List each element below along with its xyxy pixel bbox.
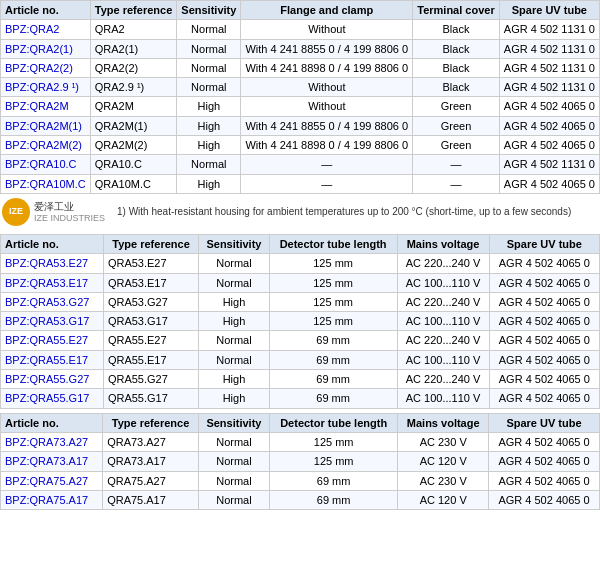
table-cell: QRA2.9 ¹) [90, 78, 177, 97]
table-cell: — [241, 155, 413, 174]
table-cell: AGR 4 502 4065 0 [489, 331, 599, 350]
table-cell: QRA2 [90, 20, 177, 39]
table-cell: AGR 4 502 4065 0 [488, 471, 599, 490]
table-cell: AGR 4 502 4065 0 [488, 432, 599, 451]
article-link[interactable]: BPZ:QRA55.G17 [5, 392, 89, 404]
table-cell: BPZ:QRA55.E17 [1, 350, 104, 369]
table-cell: 69 mm [269, 490, 398, 509]
table-cell: BPZ:QRA2M(1) [1, 116, 91, 135]
article-link[interactable]: BPZ:QRA2M(2) [5, 139, 82, 151]
table-cell: AGR 4 502 4065 0 [489, 254, 599, 273]
table-cell: High [177, 174, 241, 193]
table-cell: Black [413, 58, 500, 77]
article-link[interactable]: BPZ:QRA2.9 ¹) [5, 81, 79, 93]
article-link[interactable]: BPZ:QRA53.E17 [5, 277, 88, 289]
table-cell: AGR 4 502 1131 0 [499, 78, 599, 97]
table-cell: Normal [199, 273, 270, 292]
table-row: BPZ:QRA2(1)QRA2(1)NormalWith 4 241 8855 … [1, 39, 600, 58]
table-cell: QRA55.E27 [103, 331, 198, 350]
table-row: BPZ:QRA73.A17QRA73.A17Normal125 mmAC 120… [1, 452, 600, 471]
table-cell: AGR 4 502 4065 0 [499, 136, 599, 155]
table-row: BPZ:QRA53.E27QRA53.E27Normal125 mmAC 220… [1, 254, 600, 273]
table-cell: QRA75.A27 [103, 471, 199, 490]
table-cell: AGR 4 502 4065 0 [499, 116, 599, 135]
table-cell: QRA2(1) [90, 39, 177, 58]
table-row: BPZ:QRA55.G17QRA55.G17High69 mmAC 100...… [1, 389, 600, 408]
table-cell: Normal [199, 350, 270, 369]
table-cell: High [199, 312, 270, 331]
table-cell: 69 mm [269, 370, 397, 389]
article-link[interactable]: BPZ:QRA2M(1) [5, 120, 82, 132]
col2-header-sensitivity: Sensitivity [199, 234, 270, 253]
article-link[interactable]: BPZ:QRA2(2) [5, 62, 73, 74]
table-cell: 69 mm [269, 331, 397, 350]
col-header-article: Article no. [1, 1, 91, 20]
table-cell: BPZ:QRA10M.C [1, 174, 91, 193]
col-header-terminal: Terminal cover [413, 1, 500, 20]
article-link[interactable]: BPZ:QRA10M.C [5, 178, 86, 190]
table-cell: AGR 4 502 4065 0 [489, 312, 599, 331]
table-cell: AC 120 V [398, 452, 489, 471]
table-cell: Normal [177, 39, 241, 58]
table-cell: AC 120 V [398, 490, 489, 509]
col-header-type: Type reference [90, 1, 177, 20]
article-link[interactable]: BPZ:QRA75.A27 [5, 475, 88, 487]
table-cell: QRA73.A17 [103, 452, 199, 471]
article-link[interactable]: BPZ:QRA55.E17 [5, 354, 88, 366]
col2-header-detector: Detector tube length [269, 234, 397, 253]
table-cell: AGR 4 502 4065 0 [499, 97, 599, 116]
article-link[interactable]: BPZ:QRA10.C [5, 158, 77, 170]
col3-header-sensitivity: Sensitivity [198, 413, 269, 432]
article-link[interactable]: BPZ:QRA55.E27 [5, 334, 88, 346]
table-cell: BPZ:QRA53.G27 [1, 292, 104, 311]
col2-header-article: Article no. [1, 234, 104, 253]
col3-header-spare: Spare UV tube [488, 413, 599, 432]
col2-header-type: Type reference [103, 234, 198, 253]
article-link[interactable]: BPZ:QRA73.A27 [5, 436, 88, 448]
table-cell: Normal [198, 432, 269, 451]
table-row: BPZ:QRA10.CQRA10.CNormal——AGR 4 502 1131… [1, 155, 600, 174]
table-cell: High [177, 116, 241, 135]
table-cell: QRA53.G27 [103, 292, 198, 311]
table-cell: QRA10.C [90, 155, 177, 174]
table-cell: Without [241, 78, 413, 97]
table-cell: AGR 4 502 4065 0 [489, 292, 599, 311]
table-cell: With 4 241 8855 0 / 4 199 8806 0 [241, 116, 413, 135]
table-cell: AC 220...240 V [397, 370, 489, 389]
article-link[interactable]: BPZ:QRA75.A17 [5, 494, 88, 506]
col3-header-type: Type reference [103, 413, 199, 432]
article-link[interactable]: BPZ:QRA53.G27 [5, 296, 89, 308]
table-row: BPZ:QRA53.E17QRA53.E17Normal125 mmAC 100… [1, 273, 600, 292]
table-cell: Normal [199, 254, 270, 273]
table-cell: AGR 4 502 4065 0 [488, 490, 599, 509]
table-cell: AC 100...110 V [397, 350, 489, 369]
table-cell: BPZ:QRA55.G27 [1, 370, 104, 389]
col-header-flange: Flange and clamp [241, 1, 413, 20]
table-cell: Normal [177, 20, 241, 39]
article-link[interactable]: BPZ:QRA2(1) [5, 43, 73, 55]
table-cell: BPZ:QRA2M(2) [1, 136, 91, 155]
table-cell: BPZ:QRA55.E27 [1, 331, 104, 350]
article-link[interactable]: BPZ:QRA2 [5, 23, 59, 35]
table-cell: 125 mm [269, 292, 397, 311]
table-cell: Green [413, 136, 500, 155]
table-cell: 125 mm [269, 452, 398, 471]
table-cell: QRA75.A17 [103, 490, 199, 509]
article-link[interactable]: BPZ:QRA53.E27 [5, 257, 88, 269]
table-cell: Without [241, 20, 413, 39]
article-link[interactable]: BPZ:QRA2M [5, 100, 69, 112]
table-cell: 125 mm [269, 312, 397, 331]
table-cell: AC 100...110 V [397, 273, 489, 292]
col-header-spare: Spare UV tube [499, 1, 599, 20]
table-cell: BPZ:QRA2 [1, 20, 91, 39]
article-link[interactable]: BPZ:QRA73.A17 [5, 455, 88, 467]
table-row: BPZ:QRA55.E27QRA55.E27Normal69 mmAC 220.… [1, 331, 600, 350]
table-cell: AGR 4 502 4065 0 [499, 174, 599, 193]
table-row: BPZ:QRA75.A27QRA75.A27Normal69 mmAC 230 … [1, 471, 600, 490]
table-cell: AC 220...240 V [397, 254, 489, 273]
article-link[interactable]: BPZ:QRA53.G17 [5, 315, 89, 327]
table-cell: BPZ:QRA2(2) [1, 58, 91, 77]
table-cell: AGR 4 502 4065 0 [489, 370, 599, 389]
col2-header-spare: Spare UV tube [489, 234, 599, 253]
article-link[interactable]: BPZ:QRA55.G27 [5, 373, 89, 385]
